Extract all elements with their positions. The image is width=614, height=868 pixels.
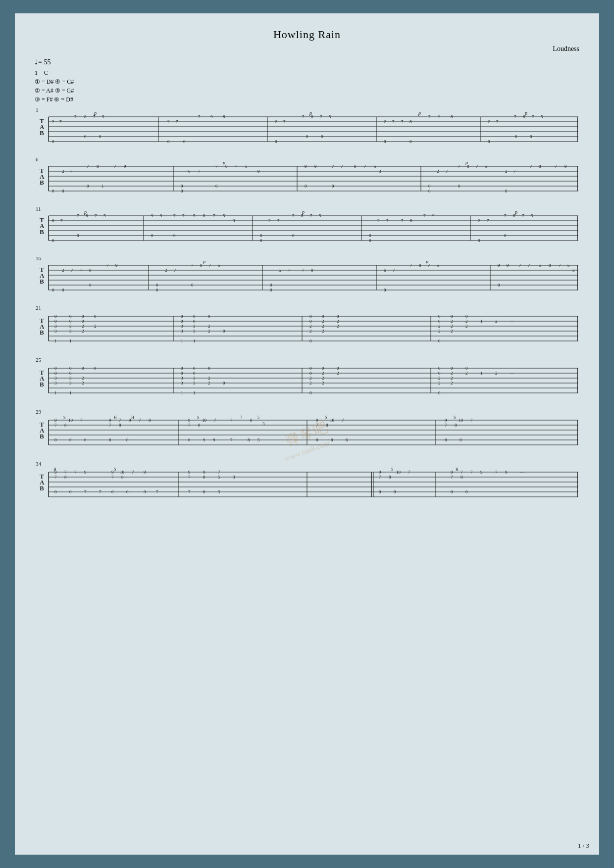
svg-text:8: 8 — [451, 114, 453, 119]
svg-text:B: B — [40, 484, 44, 492]
svg-text:0: 0 — [465, 366, 468, 371]
tab-row-2: 6 T A B 0 2 7 7 8 7 9 0 0 1 — [35, 155, 579, 202]
svg-text:S: S — [391, 467, 393, 472]
svg-text:7: 7 — [530, 164, 532, 169]
svg-text:7: 7 — [99, 489, 102, 494]
svg-text:8: 8 — [86, 213, 88, 218]
svg-text:10: 10 — [202, 418, 207, 423]
svg-text:8: 8 — [203, 489, 205, 494]
svg-text:0: 0 — [126, 489, 129, 494]
svg-text:7: 7 — [74, 114, 77, 119]
svg-text:2: 2 — [52, 119, 54, 124]
svg-text:8: 8 — [409, 119, 412, 124]
svg-text:8: 8 — [455, 423, 457, 428]
svg-text:0: 0 — [69, 437, 72, 442]
svg-text:8: 8 — [513, 213, 515, 218]
svg-text:0: 0 — [181, 314, 183, 319]
svg-text:0: 0 — [191, 283, 194, 288]
svg-text:0: 0 — [438, 390, 441, 395]
svg-text:7: 7 — [106, 263, 109, 268]
svg-text:2: 2 — [208, 324, 210, 329]
svg-text:0: 0 — [275, 139, 277, 144]
svg-text:7: 7 — [410, 263, 412, 268]
svg-text:0: 0 — [151, 233, 154, 238]
svg-text:7: 7 — [302, 268, 305, 273]
svg-text:0: 0 — [193, 319, 196, 324]
tab-row-6: 25 T A B 0 0 0 0 0 0 3 3 2 3 3 — [35, 356, 579, 405]
svg-text:0: 0 — [498, 283, 500, 288]
svg-text:7: 7 — [470, 470, 473, 475]
svg-text:B: B — [40, 278, 44, 285]
svg-text:0: 0 — [69, 489, 72, 494]
svg-text:0: 0 — [309, 366, 312, 371]
composer-name: Loudness — [35, 45, 579, 53]
svg-text:0: 0 — [89, 283, 92, 288]
svg-text:0: 0 — [504, 233, 507, 238]
svg-text:0: 0 — [451, 366, 453, 371]
svg-text:S: S — [63, 415, 65, 420]
svg-text:2: 2 — [451, 371, 453, 376]
tab-row-1: 1 T A B p 2 7 7 8 — [35, 106, 579, 152]
svg-text:0: 0 — [309, 338, 312, 343]
svg-text:0: 0 — [208, 366, 210, 371]
svg-text:8: 8 — [223, 114, 225, 119]
svg-text:3: 3 — [69, 324, 72, 329]
svg-text:3: 3 — [193, 329, 196, 334]
svg-text:2: 2 — [495, 371, 498, 376]
svg-text:5: 5 — [329, 114, 331, 119]
page-number: 1 / 3 — [578, 842, 589, 850]
svg-text:6: 6 — [346, 437, 348, 442]
svg-text:0: 0 — [84, 134, 87, 139]
svg-text:0: 0 — [69, 371, 72, 376]
svg-text:2: 2 — [208, 376, 210, 381]
svg-text:7: 7 — [109, 423, 111, 428]
svg-text:8: 8 — [200, 263, 203, 268]
svg-text:7: 7 — [182, 213, 185, 218]
svg-text:2: 2 — [377, 218, 380, 223]
svg-text:8: 8 — [539, 164, 541, 169]
svg-text:—: — — [510, 319, 515, 324]
svg-text:8: 8 — [389, 475, 391, 480]
svg-text:2: 2 — [384, 119, 386, 124]
svg-text:9: 9 — [188, 418, 191, 423]
svg-text:7: 7 — [114, 164, 116, 169]
tuning-line-2: ② = A# ⑤ = G# — [35, 86, 579, 95]
tab-staff-svg-1: 1 T A B p 2 7 7 8 — [35, 106, 579, 150]
svg-text:0: 0 — [465, 489, 468, 494]
svg-text:7: 7 — [283, 119, 286, 124]
svg-text:B: B — [40, 381, 44, 388]
svg-text:7: 7 — [54, 475, 57, 480]
svg-text:5: 5 — [257, 415, 259, 420]
svg-text:7: 7 — [341, 164, 343, 169]
svg-text:H: H — [456, 467, 459, 472]
svg-text:7: 7 — [188, 475, 191, 480]
svg-text:8: 8 — [250, 418, 253, 423]
svg-text:2: 2 — [465, 371, 468, 376]
svg-text:0: 0 — [379, 489, 381, 494]
svg-text:7: 7 — [342, 418, 344, 423]
svg-text:9: 9 — [144, 470, 146, 475]
svg-text:0: 0 — [530, 134, 532, 139]
svg-text:5: 5 — [193, 213, 196, 218]
svg-text:2: 2 — [322, 371, 324, 376]
svg-text:3: 3 — [193, 376, 196, 381]
svg-text:7: 7 — [188, 423, 191, 428]
svg-text:2: 2 — [167, 119, 170, 124]
svg-text:7: 7 — [496, 119, 499, 124]
svg-text:9: 9 — [316, 418, 318, 423]
tempo-marking: ♩= 55 — [35, 58, 579, 66]
svg-text:0: 0 — [445, 437, 447, 442]
svg-text:7: 7 — [64, 470, 67, 475]
svg-text:29: 29 — [36, 409, 42, 415]
svg-text:0: 0 — [438, 371, 441, 376]
svg-text:8: 8 — [89, 268, 92, 273]
svg-text:7: 7 — [519, 263, 521, 268]
svg-text:2: 2 — [437, 169, 439, 174]
svg-text:1: 1 — [54, 390, 57, 395]
svg-text:0: 0 — [369, 233, 371, 238]
svg-text:8: 8 — [326, 423, 328, 428]
svg-text:0: 0 — [54, 371, 57, 376]
svg-text:0: 0 — [52, 139, 54, 144]
tab-row-7: 29 T A B 9 S 10 7 7 8 0 0 0 — [35, 408, 579, 457]
svg-text:5: 5 — [531, 213, 533, 218]
